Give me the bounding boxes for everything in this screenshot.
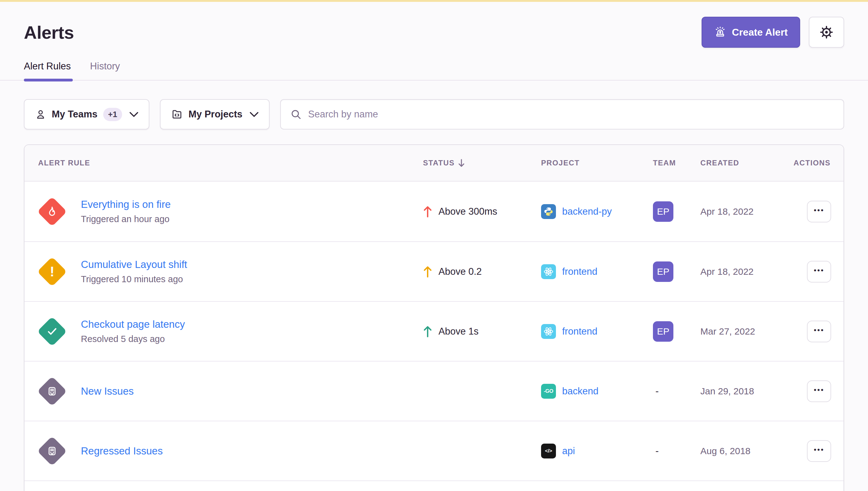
team-cell: EP	[653, 261, 700, 282]
team-cell: EP	[653, 201, 700, 222]
trend-up-arrow-icon	[423, 265, 432, 278]
project-platform-icon	[541, 264, 556, 279]
alert-status-diamond-icon	[37, 196, 67, 227]
alert-rule-subtitle: Triggered an hour ago	[81, 214, 171, 224]
status-cell: Above 1s	[423, 325, 541, 338]
alert-rule-link[interactable]: Cumulative Layout shift	[81, 259, 187, 270]
team-badge[interactable]: EP	[653, 261, 673, 282]
search-box	[280, 99, 844, 129]
status-cell: Above 300ms	[423, 205, 541, 218]
row-actions-button[interactable]: •••	[807, 321, 831, 342]
project-folder-icon	[171, 109, 183, 120]
column-header-created: Created	[700, 158, 790, 167]
created-date: Jan 29, 2018	[700, 386, 790, 397]
filter-bar: My Teams +1 My Projects	[24, 99, 844, 129]
table-row: ! Cumulative Layout shift Triggered 10 m…	[25, 241, 843, 301]
alert-rule-link[interactable]: New Issues	[81, 385, 134, 397]
team-empty-dash: -	[653, 385, 659, 397]
alert-rule-link[interactable]: Checkout page latency	[81, 318, 185, 330]
teams-filter-label: My Teams	[52, 109, 97, 120]
team-cell: -	[653, 385, 700, 397]
team-empty-dash: -	[653, 445, 659, 456]
trend-up-arrow-icon	[423, 325, 432, 338]
column-header-alert-rule: Alert Rule	[25, 158, 423, 167]
created-date: Apr 18, 2022	[700, 206, 790, 217]
team-cell: -	[653, 445, 700, 457]
row-actions-button[interactable]: •••	[807, 380, 831, 402]
column-header-actions: Actions	[790, 158, 843, 167]
table-header-row: Alert Rule Status Project Team Created A…	[25, 145, 843, 181]
project-link[interactable]: backend-py	[562, 206, 612, 217]
top-accent-bar	[0, 0, 868, 2]
alert-status-diamond-icon	[37, 316, 67, 347]
next-row-partial	[25, 481, 843, 491]
ellipsis-icon: •••	[814, 267, 824, 274]
ellipsis-icon: •••	[814, 446, 824, 454]
ellipsis-icon: •••	[814, 326, 824, 334]
chevron-down-icon	[130, 112, 138, 117]
project-platform-icon: </>	[541, 443, 556, 459]
table-body: Everything is on fire Triggered an hour …	[25, 181, 843, 481]
create-alert-button[interactable]: Create Alert	[702, 17, 800, 48]
row-actions-button[interactable]: •••	[807, 261, 831, 283]
siren-icon	[714, 26, 726, 38]
trend-up-arrow-icon	[423, 205, 432, 218]
gear-icon	[819, 25, 834, 39]
project-platform-icon	[541, 204, 556, 219]
user-icon	[35, 109, 46, 120]
row-actions-button[interactable]: •••	[807, 440, 831, 462]
project-platform-icon: -GO	[541, 384, 556, 399]
alerts-tab-bar: Alert Rules History	[0, 61, 868, 81]
alert-status-diamond-icon	[37, 436, 67, 466]
status-threshold-text: Above 300ms	[439, 206, 497, 217]
alert-rules-table: Alert Rule Status Project Team Created A…	[24, 144, 844, 491]
table-row: Regressed Issues </> api - Aug 6, 2018 •…	[25, 421, 843, 481]
created-date: Apr 18, 2022	[700, 266, 790, 277]
alerts-page: Alerts Create Alert	[0, 17, 868, 491]
table-row: Checkout page latency Resolved 5 days ag…	[25, 301, 843, 361]
ellipsis-icon: •••	[814, 386, 824, 394]
projects-filter-dropdown[interactable]: My Projects	[160, 99, 270, 129]
page-header: Alerts Create Alert	[24, 17, 844, 48]
search-icon	[290, 109, 302, 120]
alert-status-diamond-icon: !	[37, 257, 67, 287]
alert-rule-link[interactable]: Everything is on fire	[81, 199, 171, 210]
alert-status-diamond-icon	[37, 376, 67, 406]
column-header-project: Project	[541, 158, 653, 167]
project-link[interactable]: backend	[562, 386, 598, 397]
table-row: Everything is on fire Triggered an hour …	[25, 181, 843, 241]
tab-alert-rules[interactable]: Alert Rules	[24, 61, 71, 81]
status-threshold-text: Above 0.2	[439, 266, 482, 277]
team-badge[interactable]: EP	[653, 201, 673, 222]
alert-settings-button[interactable]	[809, 17, 844, 48]
alert-rule-subtitle: Triggered 10 minutes ago	[81, 274, 187, 284]
create-alert-label: Create Alert	[732, 27, 788, 38]
created-date: Mar 27, 2022	[700, 326, 790, 337]
chevron-down-icon	[250, 112, 258, 117]
search-input[interactable]	[308, 109, 834, 120]
status-threshold-text: Above 1s	[439, 326, 478, 337]
teams-filter-count-badge: +1	[103, 108, 122, 121]
team-cell: EP	[653, 321, 700, 342]
row-actions-button[interactable]: •••	[807, 201, 831, 223]
tab-history[interactable]: History	[90, 61, 120, 81]
project-link[interactable]: frontend	[562, 326, 597, 337]
page-title: Alerts	[24, 22, 74, 43]
column-header-team: Team	[653, 158, 700, 167]
project-link[interactable]: api	[562, 445, 575, 457]
alert-rule-link[interactable]: Regressed Issues	[81, 445, 163, 457]
ellipsis-icon: •••	[814, 207, 824, 214]
projects-filter-label: My Projects	[189, 109, 242, 120]
column-header-status[interactable]: Status	[423, 158, 541, 167]
project-link[interactable]: frontend	[562, 266, 597, 277]
status-cell: Above 0.2	[423, 265, 541, 278]
alert-rule-subtitle: Resolved 5 days ago	[81, 334, 185, 344]
team-badge[interactable]: EP	[653, 321, 673, 342]
sort-descending-icon	[458, 158, 465, 167]
project-platform-icon	[541, 324, 556, 339]
created-date: Aug 6, 2018	[700, 446, 790, 456]
teams-filter-dropdown[interactable]: My Teams +1	[24, 99, 149, 129]
table-row: New Issues -GO backend - Jan 29, 2018 ••…	[25, 361, 843, 421]
